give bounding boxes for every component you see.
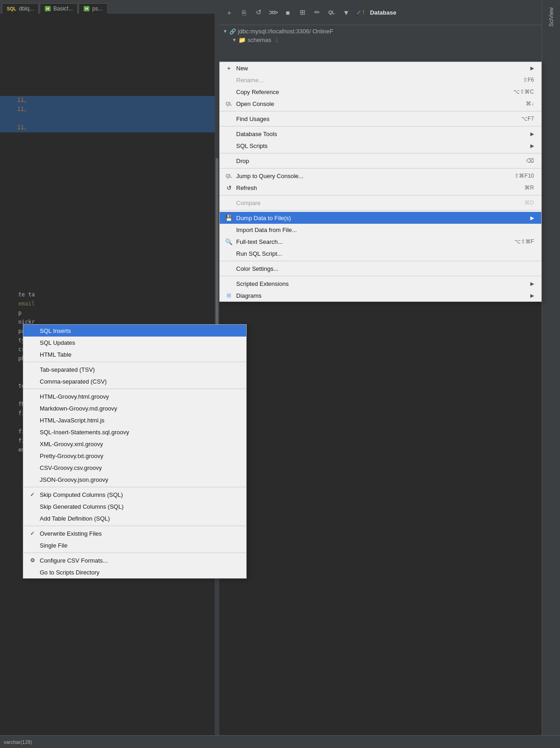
- menu-item-new[interactable]: + New ▶: [220, 62, 541, 74]
- diagrams-icon: ⊞: [225, 292, 232, 299]
- menu-item-rename: Rename... ⇧F6: [220, 74, 541, 86]
- menu-item-tsv[interactable]: Tab-separated (TSV): [23, 363, 246, 375]
- menu-item-html-groovy[interactable]: HTML-Groovy.html.groovy: [23, 390, 246, 402]
- find-icon: [225, 115, 232, 122]
- status-bar: varchar(128): [0, 735, 560, 748]
- separator-2: [220, 126, 541, 126]
- menu-item-md-groovy[interactable]: Markdown-Groovy.md.groovy: [23, 402, 246, 414]
- menu-item-csv-groovy[interactable]: CSV-Groovy.csv.groovy: [23, 462, 246, 474]
- connection-label: jdbc:mysql://localhost:3306/ OnlineF: [238, 28, 333, 35]
- tab-ps-label: ps...: [92, 5, 103, 12]
- menu-item-skip-computed[interactable]: ✓ Skip Computed Columns (SQL): [23, 489, 246, 500]
- tab-ps[interactable]: H ps...: [79, 3, 107, 14]
- filter-button[interactable]: ▼: [340, 6, 353, 19]
- scripts-dir-icon: [29, 569, 36, 576]
- sep-left-3: [23, 487, 246, 487]
- schemas-item[interactable]: ▼ 📁 schemas 1: [223, 36, 538, 44]
- menu-item-scripted-ext[interactable]: Scripted Extensions ▶: [220, 278, 541, 290]
- copy-button[interactable]: ⎘: [238, 6, 250, 19]
- sep-left-4: [23, 526, 246, 526]
- menu-item-sql-updates[interactable]: SQL Updates: [23, 337, 246, 348]
- scripted-ext-arrow: ▶: [530, 281, 534, 287]
- tab-sql-badge: SQL: [7, 6, 16, 11]
- tab-bar: SQL dblq... H Basicf... H ps...: [0, 0, 219, 14]
- menu-item-jump-console[interactable]: QL Jump to Query Console... ⇧⌘F10: [220, 170, 541, 182]
- menu-item-add-table-def[interactable]: Add Table Definition (SQL): [23, 512, 246, 524]
- menu-item-dump-data[interactable]: 💾 Dump Data to File(s) ▶: [220, 212, 541, 224]
- check-single-file-icon: [29, 542, 36, 549]
- menu-item-sql-insert-groovy[interactable]: SQL-Insert-Statements.sql.groovy: [23, 426, 246, 438]
- menu-item-single-file[interactable]: Single File: [23, 539, 246, 551]
- tree-expand-arrow: ▼: [223, 29, 227, 34]
- run-all-button[interactable]: ⋙: [267, 6, 280, 19]
- menu-item-color-settings[interactable]: Color Settings...: [220, 263, 541, 274]
- menu-item-html-table[interactable]: HTML Table: [23, 348, 246, 360]
- edit-button[interactable]: ✏: [311, 6, 323, 19]
- new-icon: +: [225, 64, 232, 72]
- menu-item-diagrams[interactable]: ⊞ Diagrams ▶: [220, 290, 541, 301]
- menu-item-csv[interactable]: Comma-separated (CSV): [23, 375, 246, 387]
- menu-item-json-groovy[interactable]: JSON-Groovy.json.groovy: [23, 474, 246, 485]
- sync-indicator: ✓ !: [356, 9, 365, 16]
- table-button[interactable]: ⊞: [296, 6, 309, 19]
- html-table-icon: [29, 351, 36, 358]
- query-button[interactable]: QL: [325, 6, 338, 19]
- sep-left-1: [23, 362, 246, 362]
- separator-4: [220, 168, 541, 169]
- menu-item-sql-scripts[interactable]: SQL Scripts ▶: [220, 140, 541, 152]
- separator-1: [220, 111, 541, 111]
- menu-item-copy-reference[interactable]: Copy Reference ⌥⇧⌘C: [220, 86, 541, 98]
- sql-scripts-arrow: ▶: [530, 143, 534, 149]
- schemas-expand-arrow: ▼: [232, 37, 237, 42]
- menu-item-skip-generated[interactable]: Skip Generated Columns (SQL): [23, 500, 246, 512]
- schemas-count: 1: [275, 37, 278, 43]
- menu-item-xml-groovy[interactable]: XML-Groovy.xml.groovy: [23, 438, 246, 450]
- tab-sql-label: dblq...: [19, 5, 34, 12]
- context-menu-main: + New ▶ Rename... ⇧F6 Copy Reference ⌥⇧⌘…: [219, 62, 542, 302]
- menu-item-compare: Compare ⌘D: [220, 197, 541, 209]
- jump-console-icon: QL: [225, 172, 232, 179]
- connection-item[interactable]: ▼ 🔗 jdbc:mysql://localhost:3306/ OnlineF: [223, 27, 538, 36]
- sql-updates-icon: [29, 339, 36, 346]
- menu-item-scripts-dir[interactable]: Go to Scripts Directory: [23, 566, 246, 578]
- db-panel-title: Database: [370, 9, 396, 16]
- menu-item-html-js[interactable]: HTML-JavaScript.html.js: [23, 414, 246, 426]
- separator-3: [220, 153, 541, 153]
- menu-item-import[interactable]: Import Data from File...: [220, 224, 541, 236]
- menu-item-open-console[interactable]: QL Open Console ⌘↓: [220, 98, 541, 110]
- sci-view-label: SciView: [548, 4, 555, 30]
- menu-item-config-csv[interactable]: ⚙ Configure CSV Formats...: [23, 554, 246, 566]
- separator-8: [220, 276, 541, 276]
- menu-item-fulltext[interactable]: 🔍 Full-text Search... ⌥⇧⌘F: [220, 236, 541, 248]
- drop-icon: [225, 157, 232, 164]
- scripted-ext-icon: [225, 280, 232, 287]
- sci-view-panel: SciView: [542, 0, 560, 748]
- menu-item-db-tools[interactable]: Database Tools ▶: [220, 128, 541, 140]
- menu-item-overwrite[interactable]: ✓ Overwrite Existing Files: [23, 527, 246, 539]
- tab-base-label: Basicf...: [53, 5, 73, 12]
- sep-left-5: [23, 553, 246, 553]
- new-arrow: ▶: [530, 65, 534, 71]
- code-line: [0, 114, 219, 123]
- separator-5: [220, 195, 541, 195]
- dump-icon: 💾: [225, 214, 232, 221]
- stop-button[interactable]: ■: [281, 6, 294, 19]
- menu-item-sql-inserts[interactable]: SQL Inserts: [23, 325, 246, 337]
- tab-sql[interactable]: SQL dblq...: [2, 3, 39, 14]
- tab-h-badge-1: H: [45, 6, 51, 11]
- refresh-button[interactable]: ↺: [252, 6, 265, 19]
- connection-icon: 🔗: [229, 28, 236, 35]
- code-line: ll,: [0, 123, 219, 132]
- tab-base[interactable]: H Basicf...: [40, 3, 78, 14]
- menu-item-drop[interactable]: Drop ⌫: [220, 155, 541, 167]
- menu-item-refresh[interactable]: ↺ Refresh ⌘R: [220, 182, 541, 194]
- config-csv-icon: ⚙: [29, 557, 36, 564]
- menu-item-pretty-groovy[interactable]: Pretty-Groovy.txt.groovy: [23, 450, 246, 462]
- schemas-icon: 📁: [238, 37, 246, 43]
- menu-item-find-usages[interactable]: Find Usages ⌥F7: [220, 113, 541, 125]
- check-overwrite-icon: ✓: [29, 530, 36, 537]
- console-icon: QL: [225, 100, 232, 107]
- menu-item-run-sql[interactable]: Run SQL Script...: [220, 248, 541, 259]
- add-button[interactable]: +: [223, 6, 236, 19]
- database-toolbar: + ⎘ ↺ ⋙ ■ ⊞ ✏ QL ▼ ✓ ! Database: [219, 0, 560, 25]
